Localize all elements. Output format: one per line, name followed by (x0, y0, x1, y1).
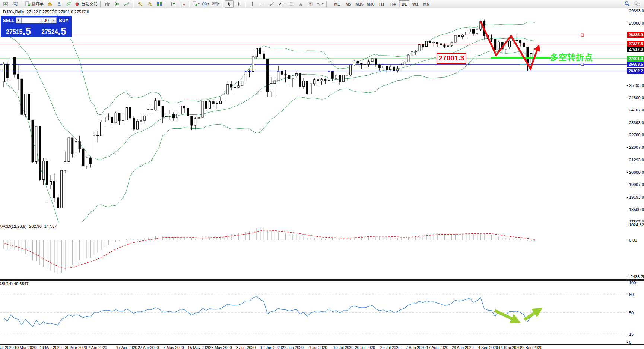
auto-trading-button[interactable]: 自动交易 (74, 0, 98, 8)
macd-pane-canvas[interactable] (0, 223, 627, 279)
candle-body (285, 74, 286, 75)
tab-timeframe-H4[interactable]: H4 (388, 0, 398, 7)
price-tick-mark (627, 98, 628, 98)
candle-body (498, 42, 499, 50)
cursor-icon[interactable] (225, 0, 234, 8)
buy-button[interactable]: BUY (57, 18, 71, 23)
line-chart-icon[interactable] (122, 0, 131, 8)
candle-body (400, 65, 402, 69)
bar-chart-icon[interactable] (103, 0, 112, 8)
search-icon[interactable] (623, 0, 632, 8)
period-menu-icon[interactable]: ▾ (201, 0, 210, 8)
volume-input[interactable]: 1.00 (21, 17, 51, 23)
timeframe-toolbar: M1M5M15M30H1H4D1W1MN (331, 0, 432, 7)
candle-body (17, 74, 19, 79)
price-tag: 27517.0 (627, 47, 644, 52)
tab-timeframe-M15[interactable]: M15 (354, 0, 365, 7)
chart-area[interactable]: DJ30-,Daily 27122.0 27597.0 27091.0 2751… (0, 8, 644, 349)
zoom-out-icon[interactable] (145, 0, 154, 8)
candle-body (158, 101, 160, 106)
price-tag: 28335.9 (627, 32, 644, 38)
chart-window-icon[interactable] (1, 0, 10, 8)
horizontal-line-icon[interactable] (257, 0, 266, 8)
rsi-pane-canvas[interactable] (0, 281, 627, 344)
text-icon[interactable]: A (296, 0, 305, 8)
candle-body (144, 116, 146, 120)
sell-price-button[interactable]: 27515.5 (1, 25, 35, 37)
candle-body (281, 71, 283, 74)
new-order-label: 新订单 (31, 1, 44, 7)
rsi-tick-mark (627, 334, 628, 334)
candle-body (382, 66, 384, 68)
support-zone-bar[interactable] (491, 57, 551, 59)
price-tick-label: 24800.0 (629, 95, 644, 100)
add-indicator-icon[interactable]: ▾ (191, 0, 200, 8)
volume-down-stepper[interactable]: ▼ (16, 17, 21, 23)
tab-timeframe-D1[interactable]: D1 (399, 0, 409, 7)
new-order-button[interactable]: 新订单 (24, 0, 44, 8)
candlestick-chart-icon[interactable] (112, 0, 121, 8)
candle-body (440, 44, 442, 45)
hline-handle[interactable] (581, 34, 584, 36)
candle-body (39, 126, 41, 180)
toolbar-separator (166, 1, 166, 7)
zoom-in-icon[interactable] (136, 0, 145, 8)
candle-body (133, 118, 135, 129)
chat-icon[interactable] (632, 0, 641, 8)
toolbar-separator (245, 1, 246, 7)
candle-body (118, 113, 120, 121)
rsi-arrow-annotation[interactable] (495, 311, 517, 321)
candle-body (447, 45, 449, 46)
fibonacci-icon[interactable]: F (286, 0, 295, 8)
buy-price-button[interactable]: 27524.5 (37, 25, 71, 37)
price-tick-label: 19907.0 (629, 182, 644, 187)
signal-icon[interactable] (64, 0, 73, 8)
crosshair-icon[interactable] (234, 0, 243, 8)
candle-body (361, 63, 362, 65)
pane-separator[interactable] (0, 279, 644, 281)
accounts-icon[interactable] (55, 0, 64, 8)
template-icon[interactable]: ▾ (211, 0, 220, 8)
gold-icon[interactable] (45, 0, 54, 8)
shapes-icon[interactable]: ▾ (315, 0, 324, 8)
candle-body (86, 158, 88, 166)
candle-body (509, 41, 511, 47)
price-callout-box[interactable]: 27001.3 (437, 53, 466, 64)
zoom-window-icon[interactable] (11, 0, 20, 8)
candle-body (444, 45, 445, 46)
candle-body (64, 161, 66, 170)
candle-body (523, 43, 525, 47)
tab-timeframe-W1[interactable]: W1 (410, 0, 421, 7)
main-chart-canvas[interactable] (0, 8, 627, 223)
tab-timeframe-M30[interactable]: M30 (365, 0, 376, 7)
turning-point-label[interactable]: 多空转折点 (550, 52, 593, 63)
tab-timeframe-M5[interactable]: M5 (343, 0, 353, 7)
price-tag: 26302.2 (627, 68, 644, 74)
candle-body (407, 55, 409, 62)
candle-body (429, 41, 431, 43)
label-icon[interactable]: T (306, 0, 315, 8)
candle-body (295, 73, 297, 76)
arrange-up-icon[interactable] (168, 0, 177, 8)
vertical-line-icon[interactable] (248, 0, 257, 8)
date-axis-separator (0, 344, 644, 345)
candle-body (155, 101, 156, 110)
pane-separator[interactable] (0, 222, 644, 223)
tab-timeframe-M1[interactable]: M1 (332, 0, 342, 7)
candle-body (473, 29, 475, 34)
sell-button[interactable]: SELL (1, 18, 16, 23)
candle-body (350, 65, 352, 75)
rsi-axis-label: 15 (629, 332, 634, 336)
volume-up-stepper[interactable]: ▲ (51, 17, 57, 23)
channel-icon[interactable]: E (277, 0, 286, 8)
arrange-down-icon[interactable] (178, 0, 187, 8)
rsi-arrow-annotation[interactable] (524, 310, 539, 320)
tile-windows-icon[interactable] (155, 0, 164, 8)
candle-body (89, 158, 91, 164)
tab-timeframe-MN[interactable]: MN (421, 0, 432, 7)
trendline-icon[interactable] (267, 0, 276, 8)
tab-timeframe-H1[interactable]: H1 (377, 0, 387, 7)
date-axis-label: 26 Aug 2020 (450, 345, 476, 349)
candle-body (267, 59, 269, 92)
hline-handle[interactable] (581, 63, 584, 66)
